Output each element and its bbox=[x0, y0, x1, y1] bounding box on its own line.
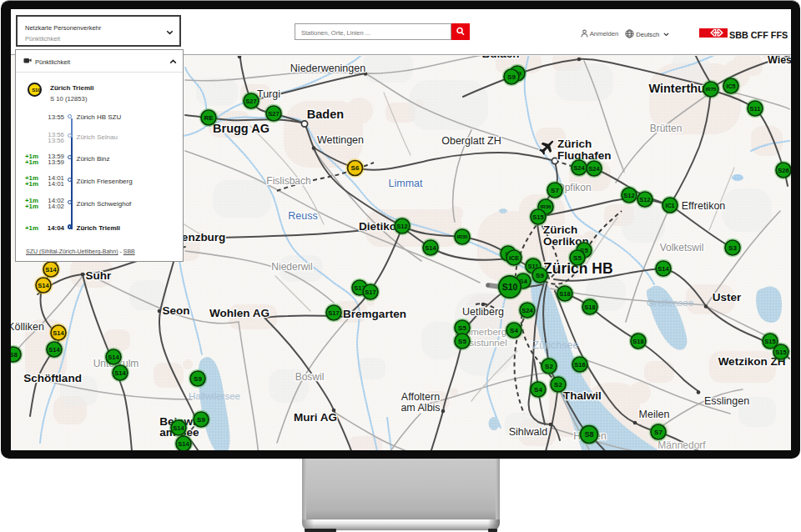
svg-text:Männedorf: Männedorf bbox=[657, 439, 706, 451]
svg-text:Thalwil: Thalwil bbox=[563, 389, 602, 402]
svg-text:Volketswil: Volketswil bbox=[660, 242, 704, 253]
svg-text:Brugg AG: Brugg AG bbox=[213, 122, 270, 135]
svg-text:S14: S14 bbox=[48, 345, 60, 353]
svg-text:Oberglatt ZH: Oberglatt ZH bbox=[441, 135, 501, 147]
svg-text:Niederweningen: Niederweningen bbox=[290, 63, 365, 74]
svg-text:S11: S11 bbox=[750, 104, 761, 112]
svg-text:S14: S14 bbox=[425, 243, 436, 251]
svg-text:S3: S3 bbox=[728, 243, 737, 251]
svg-text:S17: S17 bbox=[328, 309, 339, 316]
svg-text:S4: S4 bbox=[534, 385, 542, 393]
svg-text:Turgi: Turgi bbox=[257, 88, 280, 100]
svg-text:S9: S9 bbox=[194, 374, 202, 382]
svg-text:S14: S14 bbox=[178, 439, 189, 447]
svg-text:S14: S14 bbox=[38, 281, 49, 289]
svg-text:S12: S12 bbox=[623, 191, 634, 198]
svg-text:S14: S14 bbox=[53, 329, 64, 336]
svg-text:IR75: IR75 bbox=[705, 86, 717, 92]
svg-text:S5: S5 bbox=[458, 337, 466, 344]
svg-text:S18: S18 bbox=[632, 337, 643, 344]
svg-text:Bülach: Bülach bbox=[481, 56, 519, 60]
svg-text:S26: S26 bbox=[778, 166, 788, 173]
svg-text:Reuss: Reuss bbox=[288, 210, 317, 222]
svg-text:Zürich: Zürich bbox=[557, 138, 592, 150]
svg-text:S14: S14 bbox=[173, 424, 184, 431]
svg-text:Kölliken: Kölliken bbox=[11, 321, 44, 333]
svg-text:Seon: Seon bbox=[162, 304, 189, 317]
svg-text:S2: S2 bbox=[554, 380, 562, 388]
svg-text:Meilen: Meilen bbox=[639, 409, 670, 420]
svg-text:Schöftland: Schöftland bbox=[23, 372, 82, 384]
svg-text:S14: S14 bbox=[114, 369, 126, 376]
svg-text:Winterthur: Winterthur bbox=[648, 82, 710, 95]
svg-text:IC5: IC5 bbox=[726, 82, 735, 89]
svg-text:S24: S24 bbox=[573, 163, 585, 171]
svg-text:Wiesendangen: Wiesendangen bbox=[768, 56, 791, 66]
svg-text:Bremgarten: Bremgarten bbox=[343, 308, 406, 320]
svg-text:S15: S15 bbox=[775, 348, 786, 355]
svg-text:S27: S27 bbox=[268, 109, 279, 117]
svg-text:S8: S8 bbox=[584, 430, 593, 439]
svg-text:S18: S18 bbox=[559, 289, 570, 297]
svg-text:S12: S12 bbox=[639, 195, 650, 203]
svg-text:Zürich: Zürich bbox=[543, 223, 577, 236]
svg-text:S5: S5 bbox=[573, 253, 582, 261]
svg-text:S16: S16 bbox=[574, 360, 585, 368]
svg-text:Baden: Baden bbox=[307, 108, 344, 121]
svg-text:S12: S12 bbox=[396, 222, 407, 229]
svg-text:Greifensee: Greifensee bbox=[647, 298, 693, 308]
svg-text:S27: S27 bbox=[245, 97, 256, 104]
svg-text:Uster: Uster bbox=[713, 291, 742, 304]
svg-text:S18: S18 bbox=[584, 303, 595, 310]
svg-text:Esslingen: Esslingen bbox=[704, 395, 749, 407]
svg-text:S2: S2 bbox=[545, 362, 553, 369]
svg-text:S15: S15 bbox=[532, 213, 543, 220]
svg-text:Zürichsee: Zürichsee bbox=[533, 339, 579, 351]
svg-text:S4: S4 bbox=[510, 326, 518, 334]
svg-text:S24: S24 bbox=[521, 306, 533, 314]
svg-text:S24: S24 bbox=[588, 164, 600, 172]
svg-text:Sihlwald: Sihlwald bbox=[509, 426, 548, 438]
svg-text:Wettingen: Wettingen bbox=[317, 134, 364, 146]
svg-text:S5: S5 bbox=[458, 324, 466, 331]
svg-text:S7: S7 bbox=[551, 186, 559, 193]
svg-text:S7: S7 bbox=[654, 428, 662, 435]
svg-text:S9: S9 bbox=[507, 73, 516, 80]
svg-text:Boswil: Boswil bbox=[295, 371, 325, 383]
svg-text:S9: S9 bbox=[536, 271, 544, 279]
svg-text:Uetliberg: Uetliberg bbox=[462, 306, 504, 318]
svg-text:S10: S10 bbox=[502, 281, 518, 291]
svg-text:Affoltern: Affoltern bbox=[401, 391, 440, 403]
svg-text:Niederwil: Niederwil bbox=[271, 261, 312, 273]
svg-text:S14: S14 bbox=[657, 264, 669, 272]
svg-text:S14: S14 bbox=[45, 265, 57, 273]
svg-text:RE: RE bbox=[204, 113, 214, 121]
svg-text:S17: S17 bbox=[365, 288, 375, 295]
svg-text:S8: S8 bbox=[11, 350, 18, 358]
svg-text:IR35: IR35 bbox=[456, 233, 468, 239]
svg-text:Fislisbach: Fislisbach bbox=[266, 175, 310, 187]
svg-text:S14: S14 bbox=[108, 353, 119, 360]
svg-text:IC1: IC1 bbox=[665, 201, 674, 208]
svg-text:Wohlen AG: Wohlen AG bbox=[209, 307, 270, 319]
svg-text:S6: S6 bbox=[351, 164, 360, 172]
svg-text:S9: S9 bbox=[197, 415, 205, 423]
svg-text:Effretikon: Effretikon bbox=[682, 200, 726, 212]
svg-text:Suhr: Suhr bbox=[86, 269, 112, 282]
svg-text:Limmat: Limmat bbox=[389, 178, 424, 189]
svg-text:am Albis: am Albis bbox=[400, 402, 440, 414]
svg-text:S15: S15 bbox=[764, 337, 775, 344]
svg-text:Muri AG: Muri AG bbox=[294, 411, 337, 424]
svg-text:Hallwilersee: Hallwilersee bbox=[189, 391, 240, 401]
svg-text:Brütten: Brütten bbox=[650, 123, 683, 134]
svg-text:ICE: ICE bbox=[509, 253, 519, 261]
